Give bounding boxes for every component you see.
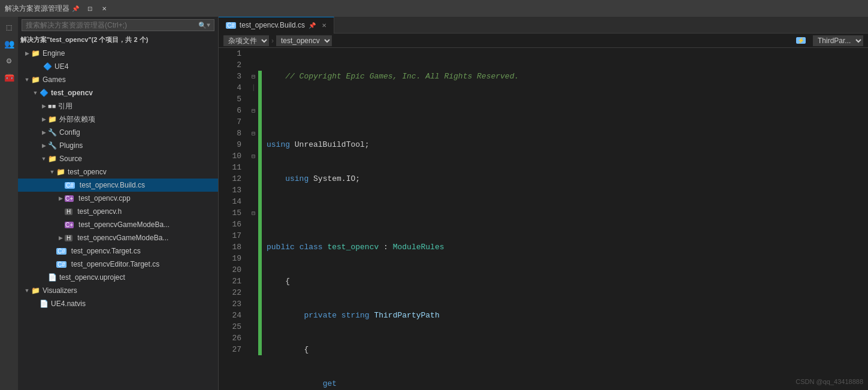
tree-item-waibu[interactable]: ▶ 📁 外部依赖项 [18, 113, 218, 126]
tree-item-visualizers[interactable]: ▼ 📁 Visualizers [18, 284, 218, 297]
arrow-source: ▼ [40, 156, 48, 162]
icon-source-folder: 📁 [56, 168, 65, 176]
tab-bar: C# test_opencv.Build.cs 📌 ✕ [219, 17, 868, 34]
arrow-project: ▼ [31, 90, 40, 96]
arrow-config: ▶ [40, 129, 48, 135]
arrow-visualizers: ▼ [23, 288, 31, 294]
tree-item-gamemode2[interactable]: ▶ H test_opencvGameModeBa... [18, 231, 218, 244]
breadcrumb-dropdown-right[interactable]: ThirdPar... [813, 35, 863, 46]
content-area: C# test_opencv.Build.cs 📌 ✕ 杂项文件 › test_… [219, 17, 868, 390]
tree-item-gamemode1[interactable]: C+ test_opencvGameModeBa... [18, 218, 218, 231]
icon-gamemode1: C+ [65, 222, 74, 228]
search-bar[interactable]: 🔍 ▼ [22, 19, 214, 31]
float-button[interactable]: ⊡ [84, 2, 96, 14]
code-line-9: { [267, 344, 863, 355]
icon-editor-target: C# [56, 261, 66, 268]
icon-config: 🔧 [48, 128, 57, 137]
sidebar-title-text: 解决方案资源管理器 [5, 4, 69, 14]
tree-item-plugins[interactable]: ▶ 🔧 Plugins [18, 139, 218, 152]
icon-cpp: C+ [65, 195, 74, 202]
icon-gamemode2: H [65, 235, 72, 241]
breadcrumb-right: ⚡ ThirdPar... [796, 35, 863, 46]
line-numbers: 1 2 3 4 5 6 7 8 9 10 11 12 13 14 15 16 1… [219, 48, 249, 390]
main-layout: ⬚ 👥 ⚙ 🧰 🔍 ▼ 解决方案"test_opencv"(2 个项目，共 2 … [0, 17, 868, 390]
tab-label-build-cs: test_opencv.Build.cs [240, 21, 305, 29]
icon-uproject: 📄 [48, 273, 57, 282]
tab-pin-icon[interactable]: 📌 [309, 22, 316, 29]
tree-item-h[interactable]: H test_opencv.h [18, 205, 218, 218]
arrow-waibu: ▶ [40, 116, 48, 122]
tree-item-project[interactable]: ▼ 🔷 test_opencv [18, 86, 218, 99]
code-line-3: using UnrealBuildTool; [267, 139, 863, 150]
tree-item-target[interactable]: C# test_opencv.Target.cs [18, 244, 218, 258]
breadcrumb-dropdown-middle[interactable]: test_opencv [276, 35, 332, 46]
team-explorer-icon[interactable]: 👥 [1, 36, 17, 52]
tree-item-build-cs[interactable]: C# test_opencv.Build.cs [18, 179, 218, 192]
icon-source: 📁 [48, 155, 57, 163]
code-content[interactable]: // Copyright Epic Games, Inc. All Rights… [262, 48, 868, 390]
code-line-1: // Copyright Epic Games, Inc. All Rights… [267, 71, 863, 82]
toolbox-icon[interactable]: 🧰 [1, 69, 17, 85]
arrow-plugins: ▶ [40, 143, 48, 149]
arrow-gamemode2: ▶ [56, 235, 65, 241]
pin-button[interactable]: 📌 [69, 2, 81, 14]
code-line-10: get [267, 378, 863, 389]
tab-close-button[interactable]: ✕ [322, 22, 326, 29]
folder-icon-games: 📁 [31, 75, 40, 84]
arrow-yinyong: ▶ [40, 103, 48, 109]
search-dropdown-icon[interactable]: ▼ [207, 22, 210, 29]
icon-waibu: 📁 [48, 115, 57, 123]
code-line-2 [267, 105, 863, 116]
tree-item-source-folder[interactable]: ▼ 📁 test_opencv [18, 165, 218, 179]
code-line-6: public class test_opencv : ModuleRules [267, 241, 863, 253]
icon-target: C# [56, 248, 66, 255]
tree-item-ue4[interactable]: 🔷 UE4 [18, 60, 218, 73]
title-controls: 📌 ⊡ ✕ [69, 2, 110, 14]
solution-label[interactable]: 解决方案"test_opencv"(2 个项目，共 2 个) [18, 34, 218, 46]
arrow-source-folder: ▼ [48, 169, 56, 175]
code-line-4: using System.IO; [267, 173, 863, 185]
code-editor[interactable]: 1 2 3 4 5 6 7 8 9 10 11 12 13 14 15 16 1… [219, 48, 868, 390]
folder-icon-engine: 📁 [31, 49, 40, 58]
icon-project: 🔷 [40, 89, 49, 97]
close-sidebar-button[interactable]: ✕ [98, 2, 110, 14]
arrow-engine: ▶ [23, 50, 31, 56]
icon-plugins: 🔧 [48, 141, 57, 150]
icon-natvis: 📄 [40, 300, 49, 308]
tab-build-cs[interactable]: C# test_opencv.Build.cs 📌 ✕ [219, 17, 334, 34]
search-input[interactable] [26, 21, 198, 29]
tree-item-editor-target[interactable]: C# test_opencvEditor.Target.cs [18, 258, 218, 271]
icon-h: H [65, 208, 72, 215]
icon-build-cs: C# [65, 182, 75, 189]
code-line-7: { [267, 276, 863, 287]
fold-gutter: ⊟ │ ⊟ ⊟ ⊟ ⊟ [249, 48, 258, 390]
title-bar: 解决方案资源管理器 📌 ⊡ ✕ [0, 0, 868, 17]
solution-explorer-icon[interactable]: ⬚ [1, 19, 17, 35]
tree-item-natvis[interactable]: 📄 UE4.natvis [18, 297, 218, 310]
search-icon: 🔍 [198, 22, 207, 29]
icon-visualizers: 📁 [31, 286, 40, 295]
tree-item-uproject[interactable]: 📄 test_opencv.uproject [18, 271, 218, 284]
tab-icon-build-cs: C# [226, 22, 236, 29]
code-line-5 [267, 207, 863, 219]
properties-icon[interactable]: ⚙ [1, 53, 17, 68]
tree-item-source[interactable]: ▼ 📁 Source [18, 152, 218, 165]
arrow-cpp: ▶ [56, 195, 65, 201]
breadcrumb-dropdown-left[interactable]: 杂项文件 [223, 35, 269, 46]
tree-item-cpp[interactable]: ▶ C+ test_opencv.cpp [18, 192, 218, 205]
tree-container: ▶ 📁 Engine 🔷 UE4 ▼ 📁 Games ▼ 🔷 [18, 46, 218, 390]
breadcrumb-icon: ⚡ [796, 37, 806, 44]
sidebar: 🔍 ▼ 解决方案"test_opencv"(2 个项目，共 2 个) ▶ 📁 E… [18, 17, 219, 390]
icon-yinyong: ■■ [48, 102, 56, 110]
tree-item-yinyong[interactable]: ▶ ■■ 引用 [18, 99, 218, 113]
icon-ue4: 🔷 [43, 62, 52, 71]
breadcrumb-bar: 杂项文件 › test_opencv ⚡ ThirdPar... [219, 34, 868, 48]
left-toolbar: ⬚ 👥 ⚙ 🧰 [0, 17, 18, 390]
code-line-8: private string ThirdPartyPath [267, 310, 863, 321]
tree-item-config[interactable]: ▶ 🔧 Config [18, 126, 218, 139]
tree-item-engine[interactable]: ▶ 📁 Engine [18, 47, 218, 60]
arrow-games: ▼ [23, 77, 31, 83]
tree-item-games[interactable]: ▼ 📁 Games [18, 73, 218, 86]
